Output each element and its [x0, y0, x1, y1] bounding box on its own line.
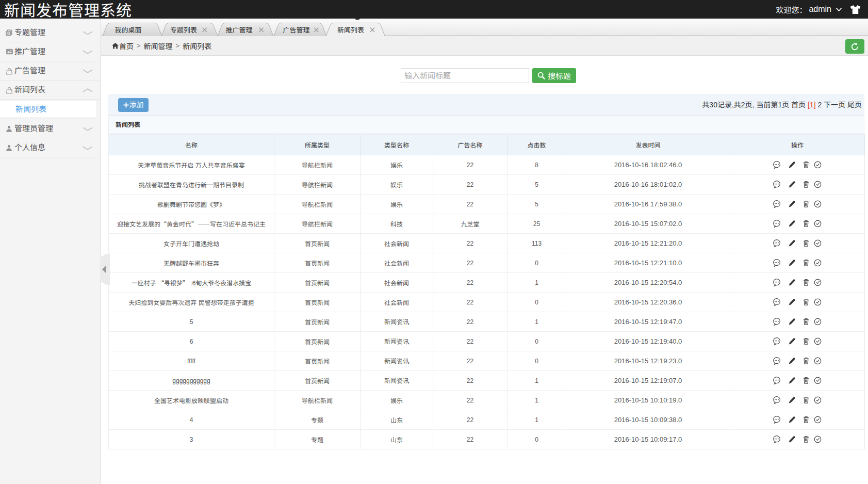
- svg-text:专题列表: 专题列表: [170, 25, 197, 35]
- svg-text:推广管理: 推广管理: [225, 25, 252, 35]
- svg-text:我的桌面: 我的桌面: [114, 25, 141, 35]
- svg-text:新闻列表: 新闻列表: [337, 25, 364, 35]
- svg-text:广告管理: 广告管理: [283, 25, 309, 35]
